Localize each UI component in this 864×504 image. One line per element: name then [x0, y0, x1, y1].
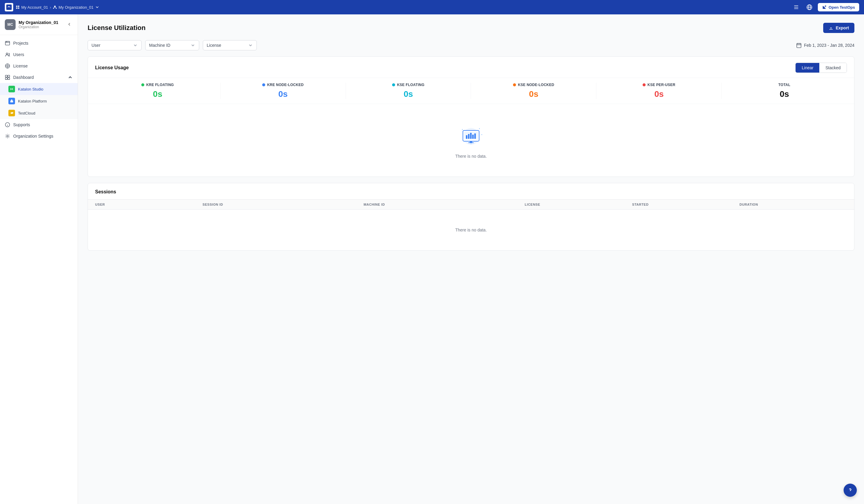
katalon-platform-icon [8, 98, 15, 105]
sidebar-item-projects[interactable]: Projects [0, 37, 78, 49]
page-header: License Utilization Export [88, 23, 854, 33]
svg-rect-23 [797, 44, 801, 48]
export-button[interactable]: Export [823, 23, 854, 33]
svg-line-9 [55, 7, 56, 8]
katalon-studio-icon [8, 86, 15, 93]
sidebar-item-testcloud[interactable]: TestCloud [0, 107, 78, 119]
sessions-empty-state: There is no data. [88, 210, 854, 250]
sidebar-item-license[interactable]: License [0, 60, 78, 72]
notifications-button[interactable] [791, 2, 801, 12]
kse-floating-dot [392, 83, 395, 86]
svg-rect-27 [466, 135, 467, 139]
svg-point-13 [6, 53, 8, 54]
kse-node-locked-dot [513, 83, 516, 86]
metric-kse-floating-value: 0s [346, 89, 471, 99]
license-usage-title: License Usage [95, 65, 129, 71]
page-title: License Utilization [88, 24, 145, 32]
metric-kse-floating-label: KSE FLOATING [346, 83, 471, 87]
account-icon [16, 5, 20, 9]
org-type: Organization [19, 25, 63, 29]
metric-kse-node-locked-label: KSE NODE-LOCKED [471, 83, 596, 87]
col-machine-id: MACHINE ID [363, 203, 525, 206]
nav-right: Open TestOps [791, 2, 859, 12]
metric-total-label: TOTAL [722, 83, 847, 87]
metric-kre-floating: KRE FLOATING 0s [95, 83, 220, 99]
svg-rect-28 [468, 134, 469, 139]
sessions-empty-text: There is no data. [95, 228, 847, 232]
org-name: My Organization_01 [19, 20, 63, 25]
chevron-left-icon [67, 22, 72, 27]
license-filter[interactable]: License [203, 40, 257, 50]
sidebar-item-supports[interactable]: Supports [0, 119, 78, 131]
app-layout: MC My Organization_01 Organization Proje… [0, 14, 864, 504]
sidebar-collapse-button[interactable] [66, 21, 73, 29]
metric-kse-per-user-value: 0s [597, 89, 721, 99]
sidebar-item-katalon-platform[interactable]: Katalon Platform [0, 95, 78, 107]
sidebar-navigation: Projects Users License [0, 35, 78, 144]
cloud-icon-inner [10, 111, 13, 115]
linear-toggle-button[interactable]: Linear [795, 63, 819, 73]
svg-rect-2 [18, 6, 19, 7]
chevron-up-icon [68, 75, 73, 80]
breadcrumb-org[interactable]: My Organization_01 [53, 5, 99, 10]
user-filter-chevron-icon [133, 43, 138, 48]
sessions-table-header: USER SESSION ID MACHINE ID LICENSE START… [88, 199, 854, 210]
org-avatar: MC [5, 19, 16, 30]
col-duration: DURATION [740, 203, 847, 206]
col-session-id: SESSION ID [203, 203, 363, 206]
metric-kre-node-locked: KRE NODE-LOCKED 0s [220, 83, 346, 99]
col-started: STARTED [632, 203, 740, 206]
help-fab-button[interactable] [843, 483, 857, 497]
org-icon [53, 5, 57, 9]
metric-kse-per-user: KSE PER-USER 0s [597, 83, 722, 99]
metric-kre-node-locked-label: KRE NODE-LOCKED [220, 83, 346, 87]
svg-rect-4 [18, 8, 19, 9]
metrics-row: KRE FLOATING 0s KRE NODE-LOCKED 0s KSE F… [88, 78, 854, 104]
export-icon [829, 25, 833, 30]
sidebar-item-katalon-studio[interactable]: Katalon Studio [0, 83, 78, 95]
support-icon [5, 122, 10, 127]
date-range-filter[interactable]: Feb 1, 2023 - Jan 28, 2024 [796, 42, 854, 48]
studio-icon-inner [10, 87, 13, 91]
users-icon [5, 52, 10, 57]
machine-id-filter[interactable]: Machine ID [145, 40, 199, 50]
svg-rect-1 [16, 6, 17, 7]
sidebar-org-header: MC My Organization_01 Organization [0, 14, 78, 35]
license-icon [5, 63, 10, 69]
svg-rect-31 [474, 133, 476, 139]
globe-icon [806, 4, 813, 10]
settings-icon [5, 133, 10, 139]
stacked-toggle-button[interactable]: Stacked [819, 63, 847, 73]
user-filter[interactable]: User [88, 40, 142, 50]
machine-id-filter-chevron-icon [191, 43, 195, 48]
calendar-icon [796, 42, 802, 48]
breadcrumb: My Account_01 › My Organization_01 [16, 5, 99, 10]
testcloud-icon [8, 110, 15, 116]
svg-line-8 [54, 7, 55, 8]
svg-rect-12 [5, 41, 10, 45]
svg-point-15 [7, 65, 8, 66]
dashboard-icon [5, 75, 10, 80]
open-testops-button[interactable]: Open TestOps [818, 3, 859, 11]
chevron-down-icon [95, 5, 99, 9]
svg-point-7 [56, 8, 57, 9]
svg-rect-30 [472, 135, 474, 139]
metric-total: TOTAL 0s [722, 83, 847, 99]
sidebar: MC My Organization_01 Organization Proje… [0, 14, 78, 504]
sidebar-item-org-settings[interactable]: Organization Settings [0, 131, 78, 142]
filters-row: User Machine ID License [88, 40, 854, 50]
nav-left: My Account_01 › My Organization_01 [5, 3, 99, 11]
kre-node-locked-dot [262, 83, 265, 86]
sidebar-item-users[interactable]: Users [0, 49, 78, 60]
kre-floating-dot [141, 83, 144, 86]
breadcrumb-account[interactable]: My Account_01 [16, 5, 48, 10]
external-link-icon [822, 5, 827, 10]
empty-chart-svg [457, 122, 484, 149]
globe-button[interactable] [805, 2, 814, 12]
sessions-header: Sessions [88, 183, 854, 199]
sidebar-item-dashboard[interactable]: Dashboard [0, 72, 78, 83]
notifications-icon [793, 4, 799, 10]
kse-per-user-dot [643, 83, 646, 86]
katalon-logo-icon [6, 4, 12, 10]
svg-rect-3 [16, 8, 17, 9]
